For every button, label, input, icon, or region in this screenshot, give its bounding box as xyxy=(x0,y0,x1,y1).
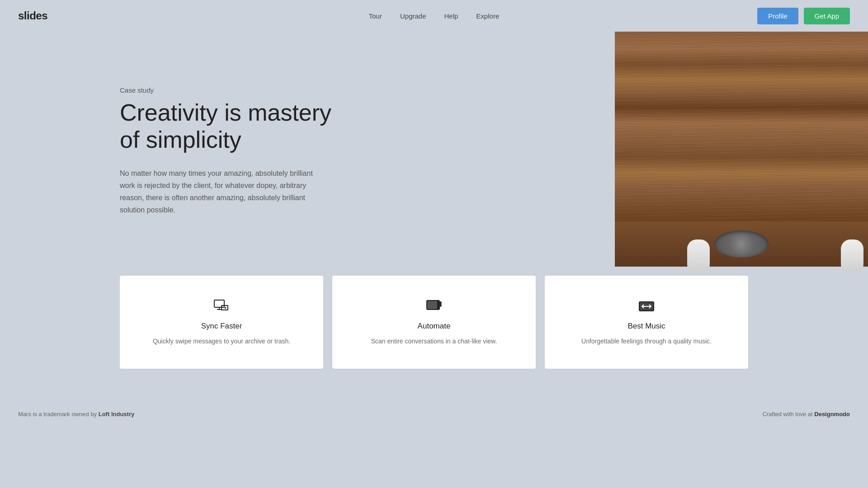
speaker-grille xyxy=(714,230,769,258)
header-buttons: Profile Get App xyxy=(757,8,850,24)
feature-card-music: Best Music Unforgettable feelings throug… xyxy=(545,276,748,369)
hero-body: No matter how many times your amazing, a… xyxy=(120,167,319,216)
hero-section: Case study Creativity is mastery of simp… xyxy=(0,32,868,271)
profile-button[interactable]: Profile xyxy=(757,8,798,24)
hero-title: Creativity is mastery of simplicity xyxy=(120,99,344,154)
sync-icon: ★ xyxy=(213,298,230,314)
nav-explore[interactable]: Explore xyxy=(476,12,499,20)
get-app-button[interactable]: Get App xyxy=(804,8,850,24)
hero-content: Case study Creativity is mastery of simp… xyxy=(0,86,344,216)
wood-grain xyxy=(615,32,868,249)
footer-right: Crafted with love at Designmodo xyxy=(762,411,850,418)
feature-card-automate: Automate Scan entire conversations in a … xyxy=(332,276,536,369)
speaker-bottom xyxy=(615,221,868,267)
feature-desc-music: Unforgettable feelings through a quality… xyxy=(558,336,735,346)
speaker-leg-right xyxy=(841,239,863,271)
nav-tour[interactable]: Tour xyxy=(369,12,382,20)
svg-text:★: ★ xyxy=(224,306,227,310)
footer: Mars is a trademark owned by Loft Indust… xyxy=(0,396,868,432)
feature-title-sync: Sync Faster xyxy=(133,322,310,331)
speaker-leg-left xyxy=(687,239,710,271)
feature-desc-sync: Quickly swipe messages to your archive o… xyxy=(133,336,310,346)
svg-rect-8 xyxy=(427,301,437,309)
feature-title-automate: Automate xyxy=(346,322,522,331)
footer-left-text: Mars is a trademark owned by xyxy=(18,411,99,418)
footer-brand: Loft Industry xyxy=(99,411,134,418)
music-icon xyxy=(638,298,655,314)
hero-image xyxy=(615,32,868,271)
automate-icon xyxy=(426,298,442,314)
hero-eyebrow: Case study xyxy=(120,86,344,94)
navigation: Tour Upgrade Help Explore xyxy=(369,12,499,20)
feature-desc-automate: Scan entire conversations in a chat-like… xyxy=(346,336,522,346)
feature-card-sync: ★ Sync Faster Quickly swipe messages to … xyxy=(120,276,323,369)
logo: slides xyxy=(18,9,47,22)
header: slides Tour Upgrade Help Explore Profile… xyxy=(0,0,868,32)
footer-right-text: Crafted with love at xyxy=(762,411,814,418)
footer-right-brand: Designmodo xyxy=(814,411,850,418)
nav-upgrade[interactable]: Upgrade xyxy=(400,12,426,20)
footer-left: Mars is a trademark owned by Loft Indust… xyxy=(18,411,134,418)
features-section: ★ Sync Faster Quickly swipe messages to … xyxy=(0,276,868,369)
nav-help[interactable]: Help xyxy=(444,12,458,20)
svg-rect-0 xyxy=(214,300,224,307)
feature-title-music: Best Music xyxy=(558,322,735,331)
